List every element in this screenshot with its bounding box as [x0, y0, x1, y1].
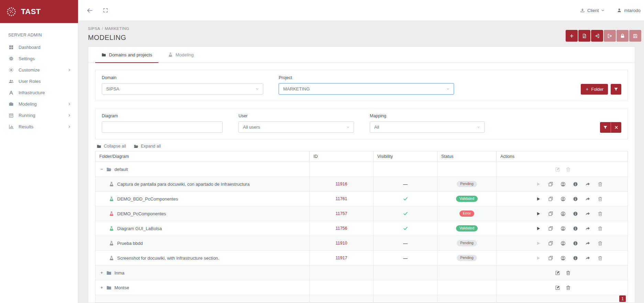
client-dropdown[interactable]: Client: [580, 8, 604, 13]
play-action-icon[interactable]: [536, 182, 541, 187]
mapping-select[interactable]: All: [370, 121, 485, 133]
tab-modeling[interactable]: Modeling: [162, 47, 200, 63]
collapse-all-link[interactable]: Collapse all: [97, 144, 126, 149]
share-action-icon[interactable]: [585, 182, 590, 187]
diagram-name[interactable]: Captura de pantalla para docuwiki, con a…: [117, 182, 249, 187]
filter-projects-button[interactable]: [611, 84, 621, 95]
toolbar-lock-button[interactable]: [617, 30, 629, 42]
sidebar-item-user-roles[interactable]: User Roles: [0, 76, 78, 87]
trash-action-icon[interactable]: [598, 256, 603, 261]
diagram-name[interactable]: Diagram GUI_LaBolsa: [117, 226, 162, 231]
info-action-icon[interactable]: [573, 256, 578, 261]
status-badge: Validated: [456, 196, 478, 202]
sidebar-item-running[interactable]: Running: [0, 110, 78, 121]
copy-action-icon[interactable]: [548, 196, 553, 202]
clear-filter-button[interactable]: [611, 122, 621, 133]
add-folder-button[interactable]: Folder: [581, 84, 608, 95]
toolbar-plus-button[interactable]: [566, 30, 578, 42]
info-action-icon[interactable]: [573, 211, 578, 216]
toolbar-signout-button[interactable]: [604, 30, 616, 42]
trash-action-icon[interactable]: [598, 182, 603, 187]
folder-row-default: default: [96, 162, 628, 177]
info-icon: [573, 256, 578, 261]
trash-action-icon[interactable]: [566, 285, 571, 290]
info-action-icon[interactable]: [573, 196, 578, 202]
toolbar-file-sync-button[interactable]: [578, 30, 590, 42]
play-action-icon[interactable]: [536, 211, 541, 216]
share-action-icon[interactable]: [585, 226, 590, 231]
breadcrumb-domain[interactable]: SIPSA: [88, 26, 100, 31]
apply-filter-button[interactable]: [600, 122, 611, 133]
folder-name[interactable]: Inma: [114, 270, 124, 275]
filter-icon: [614, 87, 618, 91]
edit-action-icon[interactable]: [555, 270, 560, 275]
user-circle-action-icon[interactable]: [560, 182, 566, 187]
user-select[interactable]: All users: [238, 121, 354, 133]
tab-domains-and-projects[interactable]: Domains and projects: [95, 47, 158, 63]
copy-action-icon[interactable]: [548, 211, 553, 216]
diagram-name[interactable]: Prueba bbdd: [117, 241, 143, 246]
user-circle-action-icon[interactable]: [560, 256, 566, 261]
diagram-name[interactable]: Screenshot for docuwiki, with Infrastruc…: [117, 256, 219, 261]
play-action-icon[interactable]: [536, 241, 541, 246]
pagination-page-button[interactable]: 1: [619, 295, 626, 302]
trash-action-icon[interactable]: [598, 196, 603, 202]
brand-logo-icon: [6, 7, 16, 17]
user-circle-action-icon[interactable]: [560, 226, 566, 231]
edit-action-icon[interactable]: [555, 167, 560, 172]
user-menu[interactable]: mtarodo: [617, 8, 641, 13]
info-icon: [573, 241, 578, 246]
diagram-filter-input[interactable]: [102, 121, 223, 133]
trash-action-icon[interactable]: [598, 241, 603, 246]
share-action-icon[interactable]: [585, 211, 590, 216]
trash-action-icon[interactable]: [566, 167, 571, 172]
edit-action-icon[interactable]: [555, 285, 560, 290]
calendar-icon: [9, 113, 14, 118]
play-action-icon[interactable]: [536, 226, 541, 231]
user-circle-action-icon[interactable]: [560, 196, 566, 202]
fullscreen-button[interactable]: [103, 8, 108, 13]
toolbar-save-button[interactable]: [629, 30, 641, 42]
sidebar-item-results[interactable]: Results: [0, 121, 78, 132]
folder-name[interactable]: Montse: [114, 285, 129, 290]
share-action-icon[interactable]: [585, 256, 590, 261]
plus-toggle-icon[interactable]: [100, 271, 103, 274]
plus-toggle-icon[interactable]: [100, 286, 103, 289]
copy-action-icon[interactable]: [548, 182, 553, 187]
project-select[interactable]: MARKETING: [279, 83, 454, 95]
user-circle-action-icon[interactable]: [560, 211, 566, 216]
breadcrumb-project[interactable]: MARKETING: [105, 26, 129, 31]
share-action-icon[interactable]: [585, 196, 590, 202]
user-circle-action-icon[interactable]: [560, 241, 566, 246]
toolbar-signin-button[interactable]: [591, 30, 603, 42]
diagram-name[interactable]: DEMO_BDD_PcComponentes: [117, 196, 178, 202]
info-action-icon[interactable]: [573, 226, 578, 231]
sidebar-item-customize[interactable]: Customize: [0, 64, 78, 76]
sidebar-item-modeling[interactable]: Modeling: [0, 98, 78, 110]
play-action-icon[interactable]: [536, 256, 541, 261]
trash-action-icon[interactable]: [566, 270, 571, 275]
copy-action-icon[interactable]: [548, 226, 553, 231]
expand-icon: [103, 8, 108, 13]
brand-header[interactable]: TAST: [0, 0, 78, 23]
expand-all-link[interactable]: Expand all: [134, 144, 161, 149]
copy-action-icon[interactable]: [548, 256, 553, 261]
diagram-name[interactable]: DEMO_PcComponentes: [117, 211, 166, 216]
trash-action-icon[interactable]: [598, 226, 603, 231]
sidebar-item-settings[interactable]: Settings: [0, 53, 78, 64]
copy-action-icon[interactable]: [548, 241, 553, 246]
diagram-row: Diagram GUI_LaBolsa 11756 Validated: [96, 221, 628, 236]
domain-project-panel: Domain SIPSA Project MARKETING: [95, 70, 628, 101]
minus-toggle-icon[interactable]: [100, 167, 103, 171]
sidebar-item-infrastructure[interactable]: Infrastructure: [0, 87, 78, 98]
chevron-down-icon: [477, 126, 480, 129]
info-action-icon[interactable]: [573, 241, 578, 246]
back-button[interactable]: [87, 7, 93, 14]
share-action-icon[interactable]: [585, 241, 590, 246]
sidebar-item-dashboard[interactable]: Dashboard: [0, 42, 78, 53]
folder-name[interactable]: default: [114, 167, 128, 172]
trash-action-icon[interactable]: [598, 211, 603, 216]
domain-select[interactable]: SIPSA: [102, 83, 263, 95]
info-action-icon[interactable]: [573, 182, 578, 187]
play-action-icon[interactable]: [536, 196, 541, 202]
